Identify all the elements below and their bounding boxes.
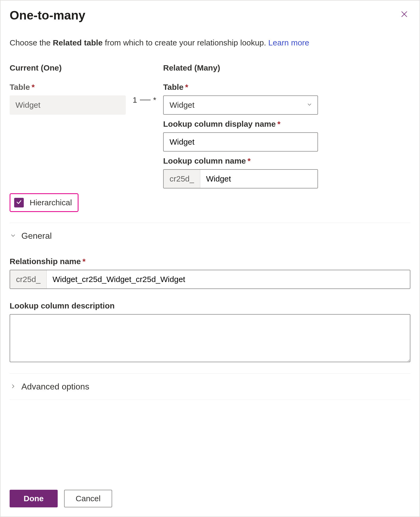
intro-pre: Choose the (10, 38, 53, 47)
current-table-value: Widget (10, 95, 126, 115)
required-asterisk: * (277, 119, 281, 128)
required-asterisk: * (83, 257, 86, 266)
intro-text: Choose the Related table from which to c… (10, 37, 410, 48)
lookup-description-field: Lookup column description (10, 296, 410, 363)
divider (10, 400, 410, 400)
current-column: Current (One) Table* Widget (10, 63, 126, 115)
lookup-display-label-text: Lookup column display name (163, 119, 276, 128)
current-table-label-text: Table (10, 83, 30, 91)
panel-footer: Done Cancel (10, 479, 410, 507)
required-asterisk: * (248, 156, 251, 165)
related-table-label: Table* (163, 83, 318, 92)
lookup-name-prefix: cr25d_ (164, 170, 200, 188)
done-button[interactable]: Done (10, 490, 58, 507)
related-column: Related (Many) Table* Widget Lookup colu… (163, 63, 318, 188)
relationship-name-input[interactable] (47, 270, 410, 288)
related-table-value: Widget (170, 101, 194, 110)
related-table-select[interactable]: Widget (163, 95, 318, 115)
panel-title: One-to-many (10, 8, 85, 22)
lookup-description-textarea[interactable] (10, 314, 410, 362)
chevron-right-icon (10, 383, 17, 391)
divider (10, 373, 410, 374)
intro-post: from which to create your relationship l… (103, 38, 268, 47)
relation-one: 1 (133, 95, 137, 105)
relationship-name-input-group: cr25d_ (10, 270, 410, 289)
lookup-name-input[interactable] (200, 170, 317, 188)
general-section-title: General (21, 231, 52, 241)
relation-indicator: 1 * (126, 63, 163, 105)
learn-more-link[interactable]: Learn more (268, 38, 309, 47)
panel-header: One-to-many (10, 8, 410, 22)
advanced-section-title: Advanced options (21, 382, 89, 392)
related-table-label-text: Table (163, 83, 183, 91)
hierarchical-checkbox[interactable] (14, 198, 24, 207)
intro-bold: Related table (53, 38, 103, 47)
relationship-name-label: Relationship name* (10, 257, 410, 266)
advanced-section-toggle[interactable]: Advanced options (10, 382, 410, 392)
relation-many: * (153, 95, 156, 105)
required-asterisk: * (185, 83, 188, 91)
checkmark-icon (16, 199, 22, 206)
general-section-toggle[interactable]: General (10, 231, 410, 241)
lookup-name-label-text: Lookup column name (163, 156, 246, 165)
relationship-name-prefix: cr25d_ (10, 270, 47, 288)
related-heading: Related (Many) (163, 63, 318, 72)
current-table-label: Table* (10, 83, 126, 92)
close-button[interactable] (398, 8, 410, 21)
relationship-name-label-text: Relationship name (10, 257, 81, 266)
lookup-name-label: Lookup column name* (163, 156, 318, 165)
relationship-name-field: Relationship name* cr25d_ (10, 252, 410, 289)
chevron-down-icon (10, 232, 17, 240)
chevron-down-icon (306, 101, 313, 110)
cancel-button[interactable]: Cancel (64, 490, 112, 507)
tables-row: Current (One) Table* Widget 1 * Related … (10, 63, 410, 188)
hierarchical-label[interactable]: Hierarchical (30, 198, 72, 207)
divider (10, 223, 410, 223)
close-icon (400, 10, 408, 19)
spacer (10, 408, 410, 479)
hierarchical-highlight: Hierarchical (10, 193, 78, 212)
relation-symbol: 1 * (133, 95, 156, 105)
lookup-display-input[interactable] (163, 132, 318, 152)
relation-line-icon (140, 100, 151, 100)
required-asterisk: * (32, 83, 35, 91)
lookup-display-label: Lookup column display name* (163, 119, 318, 129)
current-heading: Current (One) (10, 63, 126, 72)
lookup-description-label: Lookup column description (10, 301, 410, 310)
one-to-many-panel: One-to-many Choose the Related table fro… (0, 0, 420, 517)
lookup-name-input-group: cr25d_ (163, 169, 318, 188)
